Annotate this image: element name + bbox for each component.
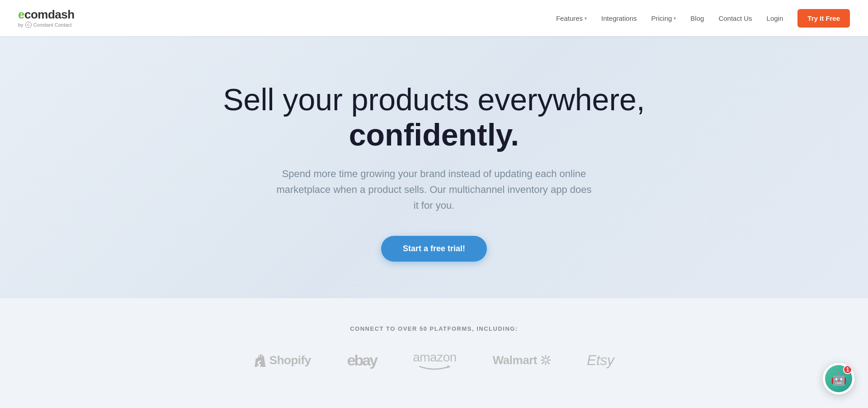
walmart-spark-icon xyxy=(541,355,551,365)
svg-line-6 xyxy=(547,361,549,364)
robot-icon: 🤖 xyxy=(831,371,847,386)
logo-by: by xyxy=(18,22,24,28)
nav-contact[interactable]: Contact Us xyxy=(718,14,752,22)
nav-blog[interactable]: Blog xyxy=(690,14,704,22)
svg-marker-0 xyxy=(447,365,450,368)
features-chevron-icon: ▾ xyxy=(585,16,587,21)
chatbot-widget[interactable]: 🤖 1 xyxy=(823,363,854,388)
chatbot-avatar: 🤖 1 xyxy=(825,365,852,388)
etsy-logo: Etsy xyxy=(587,352,614,369)
nav-pricing[interactable]: Pricing ▾ xyxy=(651,14,676,22)
hero-section: Sell your products everywhere, confident… xyxy=(0,36,868,298)
main-nav: Features ▾ Integrations Pricing ▾ Blog C… xyxy=(556,9,850,28)
hero-title: Sell your products everywhere, confident… xyxy=(185,82,683,152)
nav-login[interactable]: Login xyxy=(767,14,783,22)
logo[interactable]: ecomdash by © Constant Contact xyxy=(18,8,75,28)
shopify-bag-icon xyxy=(254,353,266,367)
amazon-arrow-icon xyxy=(419,365,450,370)
amazon-logo: amazon xyxy=(413,350,457,370)
logo-subtext: by © Constant Contact xyxy=(18,22,72,28)
constant-contact-icon: © xyxy=(25,22,32,28)
header: ecomdash by © Constant Contact Features … xyxy=(0,0,868,36)
platform-logos-container: Shopify ebay amazon Walmart xyxy=(254,350,614,370)
logo-e: e xyxy=(18,8,24,21)
logo-text: ecomdash xyxy=(18,8,75,21)
start-trial-button[interactable]: Start a free trial! xyxy=(381,236,487,262)
shopify-logo: Shopify xyxy=(254,353,311,367)
chatbot-badge: 1 xyxy=(843,365,852,374)
svg-line-8 xyxy=(542,361,544,364)
platforms-section: CONNECT TO OVER 50 PLATFORMS, INCLUDING:… xyxy=(0,298,868,388)
svg-line-5 xyxy=(542,356,544,359)
try-free-button[interactable]: Try It Free xyxy=(797,9,850,28)
constant-contact-label: Constant Contact xyxy=(33,22,72,28)
pricing-chevron-icon: ▾ xyxy=(674,16,676,21)
logo-rest: comdash xyxy=(24,8,75,21)
hero-subtitle: Spend more time growing your brand inste… xyxy=(276,166,592,214)
svg-line-7 xyxy=(547,356,549,359)
nav-features[interactable]: Features ▾ xyxy=(556,14,587,22)
nav-integrations[interactable]: Integrations xyxy=(601,14,637,22)
platforms-label: CONNECT TO OVER 50 PLATFORMS, INCLUDING: xyxy=(350,325,518,332)
ebay-logo: ebay xyxy=(347,352,377,369)
walmart-logo: Walmart xyxy=(493,353,551,367)
